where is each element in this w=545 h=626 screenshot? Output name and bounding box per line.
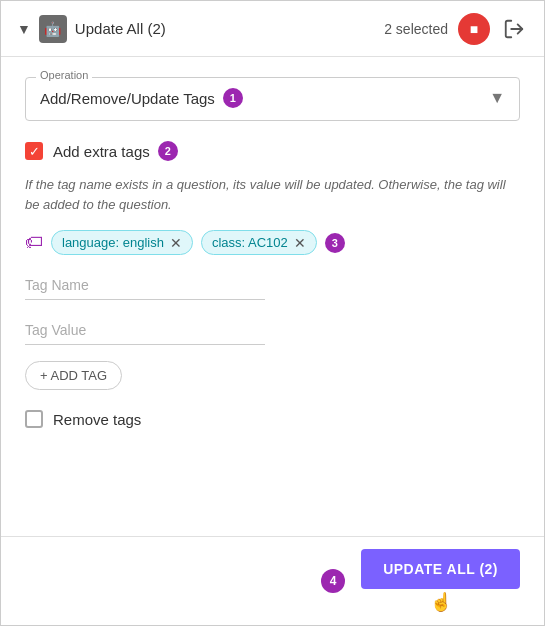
selected-count: 2 selected — [384, 21, 448, 37]
remove-tags-label: Remove tags — [53, 411, 141, 428]
header-right: 2 selected ■ — [384, 13, 528, 45]
android-icon: 🤖 — [39, 15, 67, 43]
operation-dropdown-icon[interactable]: ▼ — [489, 89, 505, 107]
operation-row: Add/Remove/Update Tags 1 ▼ — [40, 88, 505, 108]
operation-badge: 1 — [223, 88, 243, 108]
remove-tags-checkbox[interactable] — [25, 410, 43, 428]
operation-text: Add/Remove/Update Tags — [40, 90, 215, 107]
tag-chip-language-label: language: english — [62, 235, 164, 250]
extra-tags-label: Add extra tags 2 — [53, 141, 178, 161]
step-badge: 4 — [321, 569, 345, 593]
remove-tags-row: Remove tags — [25, 410, 520, 428]
tag-name-group — [25, 271, 520, 300]
update-all-button[interactable]: UPDATE ALL (2) — [361, 549, 520, 589]
tag-chip-class-remove[interactable]: ✕ — [294, 236, 306, 250]
tag-value-input[interactable] — [25, 316, 265, 345]
cursor-icon: ☝ — [430, 591, 452, 613]
stop-icon[interactable]: ■ — [458, 13, 490, 45]
operation-label: Operation — [36, 69, 92, 81]
operation-section: Operation Add/Remove/Update Tags 1 ▼ — [25, 77, 520, 121]
footer: 4 UPDATE ALL (2) ☝ — [1, 536, 544, 625]
content-area: Operation Add/Remove/Update Tags 1 ▼ ✓ A… — [1, 57, 544, 536]
header-title: Update All (2) — [75, 20, 166, 37]
tag-value-group — [25, 316, 520, 345]
extra-tags-row: ✓ Add extra tags 2 — [25, 141, 520, 161]
tag-chip-class-label: class: AC102 — [212, 235, 288, 250]
export-icon[interactable] — [500, 15, 528, 43]
tag-name-input[interactable] — [25, 271, 265, 300]
extra-tags-badge: 2 — [158, 141, 178, 161]
operation-value: Add/Remove/Update Tags 1 — [40, 88, 243, 108]
header-left: ▼ 🤖 Update All (2) — [17, 15, 166, 43]
main-window: ▼ 🤖 Update All (2) 2 selected ■ Opera — [0, 0, 545, 626]
tag-chip-language-remove[interactable]: ✕ — [170, 236, 182, 250]
tag-icon: 🏷 — [25, 232, 43, 253]
extra-tags-checkbox[interactable]: ✓ — [25, 142, 43, 160]
tag-chip-class: class: AC102 ✕ — [201, 230, 317, 255]
header: ▼ 🤖 Update All (2) 2 selected ■ — [1, 1, 544, 57]
tags-badge: 3 — [325, 233, 345, 253]
tag-chip-language: language: english ✕ — [51, 230, 193, 255]
add-tag-button[interactable]: + ADD TAG — [25, 361, 122, 390]
chevron-down-icon[interactable]: ▼ — [17, 21, 31, 37]
tags-row: 🏷 language: english ✕ class: AC102 ✕ 3 — [25, 230, 520, 255]
info-text: If the tag name exists in a question, it… — [25, 175, 520, 214]
